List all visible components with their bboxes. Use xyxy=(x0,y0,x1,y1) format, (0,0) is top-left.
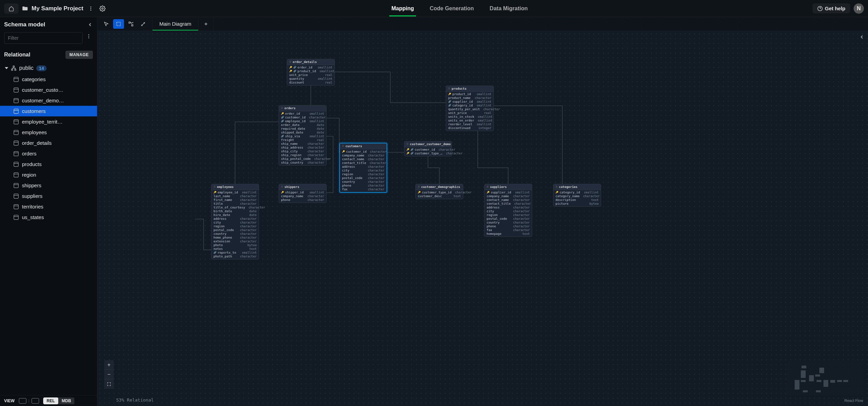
er-column[interactable]: unit_pricereal xyxy=(287,73,334,77)
sidebar-table-employee_territ[interactable]: employee_territ… xyxy=(0,116,97,127)
filter-menu-button[interactable] xyxy=(85,32,93,40)
nav-tab-code-generation[interactable]: Code Generation xyxy=(424,1,480,16)
sidebar-table-employees[interactable]: employees xyxy=(0,127,97,138)
er-table-categories[interactable]: ⠿categories🔑category_idsmallintcategory_… xyxy=(553,184,601,207)
er-column[interactable]: company_namecharacter xyxy=(340,154,387,157)
er-column[interactable]: ship_postal_codecharacter xyxy=(279,157,326,161)
add-diagram-button[interactable] xyxy=(198,17,213,30)
sidebar-table-orders[interactable]: orders xyxy=(0,148,97,159)
er-column[interactable]: regioncharacter xyxy=(340,173,387,176)
er-column[interactable]: regioncharacter xyxy=(485,213,532,217)
er-column[interactable]: addresscharacter xyxy=(340,165,387,169)
er-table-employees[interactable]: ⠿employees🔑employee_idsmallintlast_namec… xyxy=(211,184,259,259)
settings-button[interactable] xyxy=(98,4,107,13)
er-column[interactable]: home_phonecharacter xyxy=(211,236,259,240)
er-column[interactable]: notestext xyxy=(211,247,259,251)
er-column[interactable]: faxcharacter xyxy=(340,188,387,191)
er-table-order_details[interactable]: ⠿order_details🔑🔗order_idsmallint🔑🔗produc… xyxy=(287,59,335,86)
er-column[interactable]: photo_pathcharacter xyxy=(211,255,259,258)
er-column[interactable]: 🔗customer_idcharacter xyxy=(279,116,326,119)
er-column[interactable]: ship_namecharacter xyxy=(279,142,326,146)
nav-tab-data-migration[interactable]: Data Migration xyxy=(484,1,534,16)
er-column[interactable]: ship_citycharacter xyxy=(279,150,326,153)
er-column[interactable]: 🔗reports_tosmallint xyxy=(211,251,259,255)
er-column[interactable]: first_namecharacter xyxy=(211,198,259,202)
er-table-shippers[interactable]: ⠿shippers🔑shipper_idsmallintcompany_name… xyxy=(279,184,327,203)
er-column[interactable]: product_namecharacter xyxy=(446,96,493,100)
er-column[interactable]: 🔑supplier_idsmallint xyxy=(485,191,532,194)
er-column[interactable]: 🔗supplier_idsmallint xyxy=(446,100,493,104)
er-column[interactable]: phonecharacter xyxy=(279,198,326,202)
er-column[interactable]: 🔑customer_type_idcharacter xyxy=(416,191,463,194)
er-column[interactable]: titlecharacter xyxy=(211,202,259,206)
er-column[interactable]: countrycharacter xyxy=(211,232,259,236)
er-table-customer_demographics[interactable]: ⠿customer_demographics🔑customer_type_idc… xyxy=(415,184,463,199)
home-button[interactable] xyxy=(4,3,19,14)
er-column[interactable]: units_on_ordersmallint xyxy=(446,119,493,123)
filter-input[interactable] xyxy=(4,32,83,44)
er-column[interactable]: 🔑🔗order_idsmallint xyxy=(287,66,334,69)
er-column[interactable]: 🔑shipper_idsmallint xyxy=(279,191,326,194)
er-column[interactable]: faxcharacter xyxy=(485,228,532,232)
er-column[interactable]: birth_datedate xyxy=(211,210,259,213)
sidebar-table-suppliers[interactable]: suppliers xyxy=(0,191,97,201)
er-table-header[interactable]: ⠿order_details xyxy=(287,59,334,65)
zoom-out-button[interactable]: − xyxy=(104,370,114,379)
er-column[interactable]: 🔑🔗product_idsmallint xyxy=(287,69,334,73)
er-column[interactable]: discountreal xyxy=(287,81,334,85)
er-column[interactable]: discontinuedinteger xyxy=(446,126,493,130)
er-column[interactable]: contact_titlecharacter xyxy=(485,202,532,206)
er-column[interactable]: category_namecharacter xyxy=(553,194,601,198)
er-column[interactable]: company_namecharacter xyxy=(279,194,326,198)
er-column[interactable]: 🔑🔗customer_type_…character xyxy=(404,152,452,155)
er-column[interactable]: units_in_stocksmallint xyxy=(446,115,493,119)
er-column[interactable]: countrycharacter xyxy=(340,180,387,184)
schema-node-public[interactable]: public 14 xyxy=(0,62,97,74)
sidebar-table-customers[interactable]: customers xyxy=(0,106,97,116)
er-column[interactable]: phonecharacter xyxy=(485,225,532,228)
er-column[interactable]: hire_datedate xyxy=(211,213,259,217)
er-column[interactable]: photobytea xyxy=(211,243,259,247)
project-menu-button[interactable] xyxy=(87,4,95,13)
er-column[interactable]: unit_pricereal xyxy=(446,111,493,115)
er-table-orders[interactable]: ⠿orders🔑order_idsmallint🔗customer_idchar… xyxy=(279,105,327,166)
er-column[interactable]: quantitysmallint xyxy=(287,77,334,81)
canvas-area[interactable]: Main Diagram ⠿order_details🔑🔗order_idsma… xyxy=(97,17,868,406)
er-table-header[interactable]: ⠿customer_customer_demo xyxy=(404,141,452,147)
er-table-header[interactable]: ⠿employees xyxy=(211,184,259,190)
er-column[interactable]: reorder_levelsmallint xyxy=(446,123,493,126)
er-column[interactable]: regioncharacter xyxy=(211,225,259,228)
er-column[interactable]: freightreal xyxy=(279,138,326,142)
er-column[interactable]: 🔑🔗customer_idcharacter xyxy=(404,148,452,152)
er-column[interactable]: postal_codecharacter xyxy=(340,176,387,180)
tool-cursor[interactable] xyxy=(101,19,112,29)
er-column[interactable]: citycharacter xyxy=(211,221,259,225)
er-table-header[interactable]: ⠿orders xyxy=(279,105,326,111)
er-column[interactable]: last_namecharacter xyxy=(211,194,259,198)
sidebar-table-territories[interactable]: territories xyxy=(0,201,97,212)
view-layout-1-button[interactable] xyxy=(19,398,26,404)
get-help-button[interactable]: Get help xyxy=(812,3,850,13)
right-panel-expand-button[interactable] xyxy=(859,34,865,40)
er-column[interactable]: descriptiontext xyxy=(553,198,601,202)
er-column[interactable]: customer_desctext xyxy=(416,194,463,198)
sidebar-table-shippers[interactable]: shippers xyxy=(0,180,97,191)
sidebar-table-products[interactable]: products xyxy=(0,159,97,169)
er-column[interactable]: 🔗employee_idsmallint xyxy=(279,119,326,123)
er-column[interactable]: 🔑employee_idsmallint xyxy=(211,191,259,194)
er-table-customers[interactable]: ⠿customers🔑customer_idcharactercompany_n… xyxy=(339,143,387,193)
tool-link[interactable] xyxy=(138,19,149,29)
zoom-in-button[interactable]: + xyxy=(104,360,114,370)
er-column[interactable]: contact_namecharacter xyxy=(485,198,532,202)
er-table-header[interactable]: ⠿categories xyxy=(553,184,601,190)
er-table-suppliers[interactable]: ⠿suppliers🔑supplier_idsmallintcompany_na… xyxy=(484,184,532,237)
er-column[interactable]: quantity_per_unitcharacter xyxy=(446,107,493,111)
er-column[interactable]: title_of_courtesycharacter xyxy=(211,206,259,210)
er-column[interactable]: contact_namecharacter xyxy=(340,157,387,161)
sidebar-table-region[interactable]: region xyxy=(0,169,97,180)
sidebar-table-order_details[interactable]: order_details xyxy=(0,138,97,148)
avatar[interactable]: N xyxy=(854,3,864,14)
er-table-header[interactable]: ⠿customer_demographics xyxy=(416,184,463,190)
manage-button[interactable]: MANAGE xyxy=(65,51,93,59)
er-table-header[interactable]: ⠿shippers xyxy=(279,184,326,190)
